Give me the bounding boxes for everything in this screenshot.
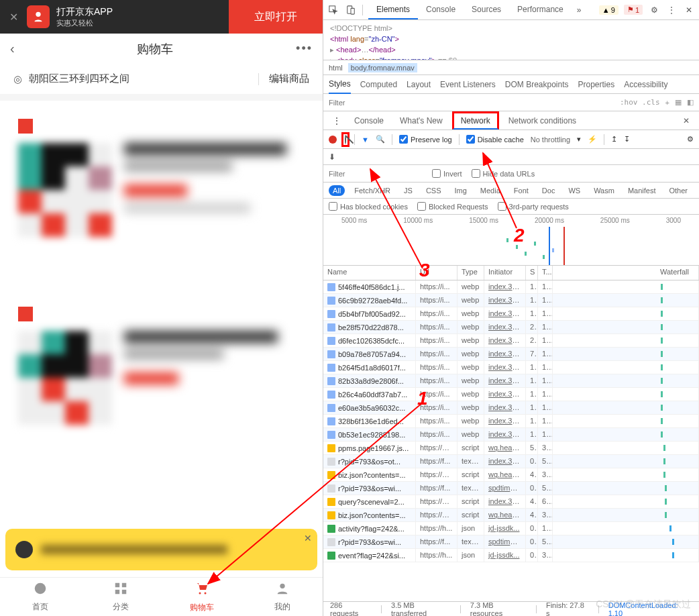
type-filter-media[interactable]: Media: [476, 185, 504, 196]
kebab-icon[interactable]: ⋮: [329, 116, 345, 125]
more-icon[interactable]: •••: [296, 42, 313, 56]
close-icon[interactable]: ✕: [0, 11, 27, 23]
gear-icon[interactable]: ⚙: [648, 4, 660, 16]
layout-icon[interactable]: ▦: [675, 98, 682, 107]
tab-console[interactable]: Console: [418, 1, 464, 19]
kebab-icon[interactable]: ⋮: [665, 4, 678, 16]
inspect-element-icon[interactable]: [327, 4, 339, 16]
device-toggle-icon[interactable]: [345, 4, 357, 16]
tab-computed[interactable]: Computed: [360, 76, 397, 93]
add-rule-icon[interactable]: +: [665, 99, 669, 107]
tab-profile[interactable]: 我的: [242, 581, 323, 613]
tab-dom-breakpoints[interactable]: DOM Breakpoints: [505, 76, 569, 93]
tab-layout[interactable]: Layout: [407, 76, 431, 93]
col-waterfall[interactable]: Waterfall: [553, 266, 699, 280]
table-row[interactable]: 0b53e1ec9288198...https://i...webpindex.…: [323, 428, 699, 442]
table-row[interactable]: 5f46ffe40f586dc1.j...https://i...webpind…: [323, 280, 699, 294]
back-icon[interactable]: ‹: [10, 41, 15, 56]
table-row[interactable]: b26c4a60ddf37ab7...https://i...webpindex…: [323, 388, 699, 401]
wifi-icon[interactable]: ⚡: [588, 135, 597, 144]
search-icon[interactable]: 🔍: [376, 135, 385, 144]
type-filter-manifest[interactable]: Manifest: [624, 185, 660, 196]
tab-properties[interactable]: Properties: [578, 76, 615, 93]
record-button[interactable]: [329, 136, 337, 144]
type-filter-fetch/xhr[interactable]: Fetch/XHR: [350, 185, 394, 196]
third-party-checkbox[interactable]: 3rd-party requests: [498, 202, 569, 211]
invert-checkbox[interactable]: Invert: [432, 169, 462, 178]
checkbox-icon[interactable]: [18, 119, 33, 134]
promo-banner[interactable]: ✕: [5, 529, 317, 570]
breadcrumb-item[interactable]: body.fromnav.mnav: [348, 63, 417, 72]
table-row[interactable]: e60ae3b5a96032c...https://i...webpindex.…: [323, 401, 699, 415]
tab-sources[interactable]: Sources: [464, 1, 509, 19]
table-row[interactable]: d6fec1026385dcfc...https://i...webpindex…: [323, 334, 699, 348]
hide-data-urls-checkbox[interactable]: Hide data URLs: [472, 169, 535, 178]
checkbox-icon[interactable]: [18, 307, 33, 321]
drawer-tab-whats-new[interactable]: What's New: [393, 113, 449, 128]
table-row[interactable]: 82b33a8d9e2806f...https://i...webpindex.…: [323, 374, 699, 388]
blocked-requests-checkbox[interactable]: Blocked Requests: [417, 202, 488, 211]
type-filter-other[interactable]: Other: [665, 185, 692, 196]
table-row[interactable]: b264f5d1a8d6017f...https://i...webpindex…: [323, 361, 699, 374]
type-filter-all[interactable]: All: [329, 185, 345, 196]
clear-button[interactable]: [341, 132, 350, 147]
table-row[interactable]: biz.json?contents=...https://w...scriptw…: [323, 468, 699, 482]
close-icon[interactable]: ✕: [683, 4, 695, 16]
hov-cls-toggle[interactable]: :hov .cls: [620, 98, 660, 107]
table-row[interactable]: r?pid=793&os=wi...https://f...text/...sp…: [323, 482, 699, 495]
tab-home[interactable]: 首页: [0, 581, 80, 613]
elements-breadcrumb[interactable]: html body.fromnav.mnav: [323, 60, 699, 75]
table-row[interactable]: event?flag=242&si...https://h...jsonjd-j…: [323, 549, 699, 562]
warnings-badge[interactable]: ▲9: [599, 5, 619, 15]
gear-icon[interactable]: ⚙: [687, 135, 694, 144]
table-row[interactable]: activity?flag=242&...https://h...jsonjd-…: [323, 522, 699, 535]
col-url[interactable]: Url: [416, 266, 458, 280]
type-filter-wasm[interactable]: Wasm: [590, 185, 619, 196]
edit-items-button[interactable]: 编辑商品: [269, 72, 309, 85]
type-filter-ws[interactable]: WS: [564, 185, 584, 196]
table-row[interactable]: ppms.page19667.js...https://w...scriptwq…: [323, 442, 699, 455]
close-icon[interactable]: ✕: [304, 533, 312, 544]
table-row[interactable]: 66c9b92728aeb4fd...https://i...webpindex…: [323, 294, 699, 307]
download-icon[interactable]: ⬇: [329, 152, 335, 162]
table-row[interactable]: r?pid=793&os=wi...https://f...text/...sp…: [323, 535, 699, 549]
table-row[interactable]: d5b4bf7bf005ad92...https://i...webpindex…: [323, 307, 699, 321]
table-row[interactable]: 328b6f136e1d6ed...https://i...webpindex.…: [323, 415, 699, 428]
upload-icon[interactable]: ↥: [611, 135, 617, 144]
preserve-log-checkbox[interactable]: Preserve log: [399, 135, 452, 144]
dock-icon[interactable]: ◧: [687, 98, 694, 107]
type-filter-doc[interactable]: Doc: [538, 185, 559, 196]
drawer-tab-network[interactable]: Network: [452, 111, 499, 130]
filter-icon[interactable]: ▼: [362, 136, 369, 144]
table-row[interactable]: biz.json?contents=...https://w...scriptw…: [323, 509, 699, 522]
blocked-cookies-checkbox[interactable]: Has blocked cookies: [329, 202, 408, 211]
chevron-down-icon[interactable]: ▾: [577, 135, 581, 144]
table-row[interactable]: be28f570d22d878...https://i...webpindex.…: [323, 321, 699, 334]
tab-accessibility[interactable]: Accessibility: [624, 76, 667, 93]
throttle-select[interactable]: No throttling: [531, 136, 570, 144]
styles-filter-input[interactable]: [329, 99, 614, 107]
download-icon[interactable]: ↧: [624, 135, 630, 144]
tab-event-listeners[interactable]: Event Listeners: [440, 76, 496, 93]
more-tabs-icon[interactable]: »: [577, 5, 582, 15]
open-app-button[interactable]: 立即打开: [229, 0, 323, 34]
col-type[interactable]: Type: [458, 266, 484, 280]
drawer-tab-network-conditions[interactable]: Network conditions: [502, 113, 583, 128]
type-filter-img[interactable]: Img: [451, 185, 471, 196]
drawer-tab-console[interactable]: Console: [347, 113, 390, 128]
breadcrumb-item[interactable]: html: [329, 64, 343, 72]
table-row[interactable]: query?sceneval=2...https://w...scriptind…: [323, 495, 699, 509]
close-icon[interactable]: ✕: [679, 116, 694, 125]
col-name[interactable]: Name: [323, 266, 416, 280]
errors-badge[interactable]: ⚑1: [624, 5, 643, 15]
type-filter-css[interactable]: CSS: [422, 185, 445, 196]
tab-cart[interactable]: 购物车: [162, 580, 242, 613]
table-row[interactable]: r?pid=793&os=ot...https://f...text/...in…: [323, 455, 699, 468]
type-filter-font[interactable]: Font: [510, 185, 533, 196]
tab-performance[interactable]: Performance: [509, 1, 572, 19]
location-text[interactable]: 朝阳区三环到四环之间: [29, 72, 248, 85]
network-timeline[interactable]: 5000 ms10000 ms15000 ms20000 ms25000 ms3…: [323, 215, 699, 266]
disable-cache-checkbox[interactable]: Disable cache: [466, 135, 524, 144]
elements-dom-tree[interactable]: <!DOCTYPE html> <html lang="zh-CN"> ▸ <h…: [323, 20, 699, 60]
tab-elements[interactable]: Elements: [368, 1, 418, 19]
